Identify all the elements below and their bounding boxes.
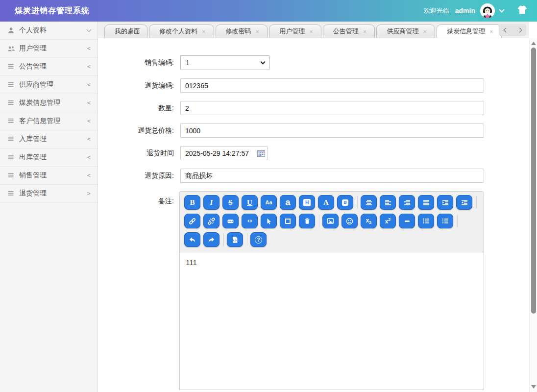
link-button[interactable] — [184, 214, 200, 228]
return-code-input[interactable] — [180, 78, 484, 93]
tab-scroll-right-icon[interactable] — [517, 28, 522, 33]
heading-button[interactable]: H — [299, 195, 315, 210]
cursor-button[interactable] — [261, 214, 277, 228]
toolbar-separator — [457, 215, 458, 227]
source-code-button[interactable] — [227, 232, 243, 247]
italic-button[interactable]: I — [203, 195, 220, 210]
redo-button[interactable] — [203, 232, 220, 247]
sidebar-item-label: 供应商管理 — [19, 80, 87, 89]
help-icon: ? — [255, 236, 262, 244]
vertical-scrollbar — [529, 38, 537, 392]
form-row-total-price: 退货总价格: — [98, 123, 529, 138]
sale-code-select[interactable]: 1 — [180, 55, 270, 70]
sidebar-item-returns-mgmt[interactable]: 退货管理> — [0, 185, 98, 203]
return-time-label: 退货时间 — [98, 149, 174, 158]
chevron-left-icon: < — [87, 172, 91, 179]
sidebar-item-supplier-mgmt[interactable]: 供应商管理< — [0, 76, 98, 94]
tab-close-icon[interactable]: × — [363, 28, 368, 35]
sidebar-item-user-mgmt[interactable]: 用户管理< — [0, 40, 98, 58]
unlink-button[interactable] — [203, 214, 220, 228]
tab-edit-profile[interactable]: 修改个人资料× — [149, 24, 214, 38]
reason-input[interactable] — [180, 169, 484, 183]
app-title: 煤炭进销存管理系统 — [15, 6, 90, 16]
chevron-down-icon[interactable] — [499, 7, 504, 12]
total-price-input[interactable] — [180, 123, 484, 138]
sidebar-item-sales-mgmt[interactable]: 销售管理< — [0, 167, 98, 185]
calendar-icon[interactable] — [257, 149, 265, 157]
tab-user-mgmt[interactable]: 用户管理× — [269, 24, 321, 38]
background-color-button[interactable]: B — [337, 195, 353, 210]
superscript-button[interactable]: x2 — [380, 214, 396, 228]
toolbar-separator — [357, 196, 358, 209]
scroll-down-icon[interactable] — [531, 385, 536, 389]
code-button[interactable] — [242, 214, 258, 228]
editor-content[interactable]: 111 — [180, 252, 484, 390]
sidebar-item-inbound-mgmt[interactable]: 入库管理< — [0, 130, 98, 148]
font-family-button[interactable]: Aa — [261, 195, 277, 210]
form-row-quantity: 数量: — [98, 101, 529, 115]
tag-button[interactable] — [222, 214, 239, 228]
box-button[interactable] — [280, 214, 296, 228]
tab-close-icon[interactable]: × — [489, 28, 494, 35]
align-justify-button[interactable] — [418, 195, 434, 210]
tab-my-desktop[interactable]: 我的桌面 — [104, 24, 147, 38]
subscript-button[interactable]: x2 — [361, 214, 377, 228]
tab-close-icon[interactable]: × — [256, 28, 261, 35]
tab-label: 供应商管理 — [387, 27, 418, 36]
align-left-button[interactable] — [380, 195, 396, 210]
chevron-left-icon: < — [87, 154, 91, 161]
scrollbar-thumb[interactable] — [531, 48, 536, 314]
tab-notice-mgmt[interactable]: 公告管理× — [323, 24, 375, 38]
ordered-list-button[interactable] — [418, 214, 434, 228]
tab-change-password[interactable]: 修改密码× — [216, 24, 268, 38]
list-icon — [7, 154, 15, 161]
tab-supplier-mgmt[interactable]: 供应商管理× — [376, 24, 435, 38]
text-color-button[interactable]: A — [318, 195, 334, 210]
indent-button[interactable] — [437, 195, 453, 210]
tab-coal-info-mgmt[interactable]: 煤炭信息管理× — [437, 24, 502, 38]
cursor-icon — [266, 218, 272, 224]
indent-icon — [442, 199, 449, 206]
scroll-up-icon[interactable] — [531, 42, 536, 45]
sidebar-item-notice-mgmt[interactable]: 公告管理< — [0, 58, 98, 76]
unlink-icon — [208, 218, 215, 225]
image-button[interactable] — [322, 214, 339, 228]
list-icon — [7, 190, 15, 197]
emoji-icon — [346, 218, 353, 225]
sidebar-item-coal-info[interactable]: 煤炭信息管理< — [0, 94, 98, 112]
chevron-left-icon: < — [87, 118, 91, 124]
strikethrough-button[interactable]: S — [222, 195, 239, 210]
user-avatar[interactable] — [480, 3, 495, 18]
quantity-input[interactable] — [180, 101, 484, 115]
source-code-icon — [231, 236, 239, 244]
undo-button[interactable] — [184, 232, 200, 247]
unordered-list-icon — [441, 218, 449, 224]
sidebar-item-outbound-mgmt[interactable]: 出库管理< — [0, 148, 98, 167]
underline-button[interactable]: U — [242, 195, 258, 210]
tab-close-icon[interactable]: × — [202, 28, 207, 35]
return-time-input[interactable] — [180, 146, 268, 160]
font-size-button[interactable]: a — [280, 195, 296, 210]
emoji-button[interactable] — [342, 214, 358, 228]
help-button[interactable]: ? — [250, 232, 267, 247]
form-row-reason: 退货原因: — [98, 169, 529, 183]
sidebar-item-customer-info[interactable]: 客户信息管理< — [0, 112, 98, 130]
trash-button[interactable] — [299, 214, 315, 228]
reason-label: 退货原因: — [98, 172, 174, 180]
tab-scroll-left-icon[interactable] — [503, 28, 508, 33]
align-center-button[interactable] — [361, 195, 377, 210]
hr-button[interactable] — [399, 214, 415, 228]
bold-button[interactable]: B — [184, 195, 200, 210]
outdent-button[interactable] — [456, 195, 472, 210]
tab-close-icon[interactable]: × — [423, 28, 428, 35]
italic-icon: I — [210, 199, 213, 206]
sidebar: 个人资料用户管理<公告管理<供应商管理<煤炭信息管理<客户信息管理<入库管理<出… — [0, 22, 98, 392]
tab-close-icon[interactable]: × — [309, 28, 314, 35]
align-right-button[interactable] — [399, 195, 415, 210]
unordered-list-button[interactable] — [437, 214, 453, 228]
tab-scroll-nav — [499, 24, 526, 36]
tshirt-theme-icon[interactable] — [516, 5, 528, 16]
undo-icon — [189, 236, 196, 244]
tab-bar: 我的桌面修改个人资料×修改密码×用户管理×公告管理×供应商管理×煤炭信息管理× — [98, 22, 529, 38]
sidebar-item-profile[interactable]: 个人资料 — [0, 22, 98, 40]
